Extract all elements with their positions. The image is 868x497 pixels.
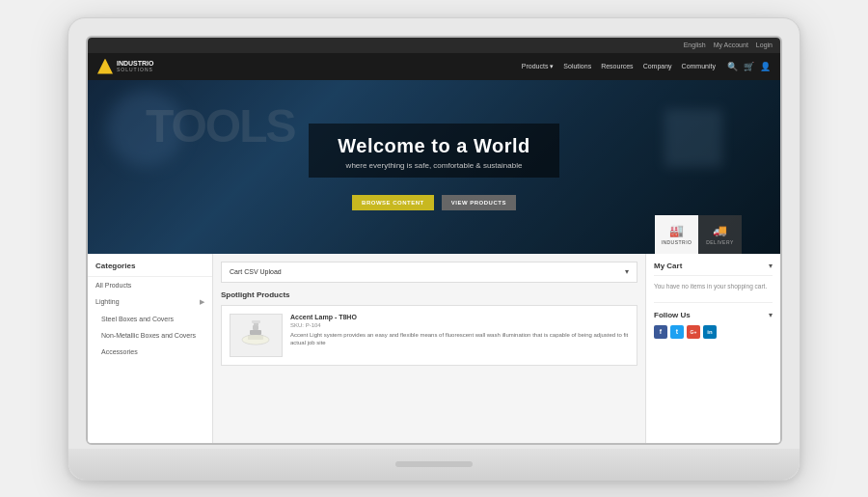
follow-section: Follow Us ▾ f t G+ in [654, 302, 773, 339]
categories-sidebar: Categories All Products Lighting ▶ Steel… [88, 254, 213, 443]
hero-section: TOOLS Welcome to a World where everythin… [88, 80, 780, 254]
social-icons: f t G+ in [654, 325, 773, 339]
laptop-screen: English My Account Login INDUSTRIO SOLUT… [86, 36, 782, 445]
svg-rect-0 [252, 320, 260, 323]
hero-tab-industrio[interactable]: 🏭 INDUSTRIO [655, 215, 698, 254]
hero-subtitle: where everything is safe, comfortable & … [338, 161, 529, 170]
sidebar-item-all-products[interactable]: All Products [88, 277, 212, 293]
cart-empty-message: You have no items in your shopping cart. [654, 282, 773, 290]
nav-company[interactable]: Company [643, 63, 672, 69]
hero-title-box: Welcome to a World where everything is s… [309, 124, 558, 178]
lighting-label: Lighting [95, 298, 120, 305]
nav-products[interactable]: Products ▾ [522, 63, 555, 70]
view-products-button[interactable]: VIEW PRODUCTS [442, 195, 516, 210]
linkedin-icon[interactable]: in [703, 325, 717, 339]
product-info: Accent Lamp - T8HO SKU: P-104 Accent Lig… [290, 314, 629, 357]
nav-solutions[interactable]: Solutions [563, 63, 591, 69]
hero-tab-delivery[interactable]: 🚚 DELIVERY [698, 215, 742, 254]
delivery-tab-label: DELIVERY [706, 239, 734, 245]
browse-content-button[interactable]: BROWSE CONTENT [352, 195, 434, 210]
csv-label: Cart CSV Upload [230, 268, 625, 275]
industrio-tab-icon: 🏭 [669, 224, 684, 237]
industrio-tab-label: INDUSTRIO [662, 239, 692, 245]
search-icon[interactable]: 🔍 [727, 62, 738, 71]
googleplus-icon[interactable]: G+ [687, 325, 700, 339]
cart-header: My Cart ▾ [654, 262, 773, 276]
laptop-shell: English My Account Login INDUSTRIO SOLUT… [68, 17, 800, 481]
account-label[interactable]: My Account [714, 41, 748, 48]
lamp-svg [234, 318, 278, 352]
sidebar-item-steel-boxes[interactable]: Steel Boxes and Covers [88, 311, 212, 327]
lighting-arrow-icon: ▶ [200, 298, 204, 306]
product-name: Accent Lamp - T8HO [290, 314, 629, 320]
cart-title: My Cart [654, 262, 682, 270]
twitter-icon[interactable]: t [670, 325, 684, 339]
csv-upload-bar[interactable]: Cart CSV Upload ▾ [221, 262, 637, 283]
product-image [230, 314, 283, 357]
facebook-icon[interactable]: f [654, 325, 667, 339]
nav-icons: 🔍 🛒 👤 [727, 62, 771, 71]
product-description: Accent Light system provides an easy and… [290, 331, 629, 347]
brand-sub: SOLUTIONS [117, 67, 154, 72]
laptop-base [68, 449, 800, 480]
follow-title: Follow Us [654, 311, 691, 319]
cart-panel: My Cart ▾ You have no items in your shop… [645, 254, 780, 443]
svg-rect-5 [253, 325, 258, 330]
delivery-tab-icon: 🚚 [713, 224, 727, 237]
spotlight-title: Spotlight Products [221, 290, 637, 299]
content-area: Categories All Products Lighting ▶ Steel… [88, 254, 780, 443]
svg-point-6 [242, 335, 269, 345]
svg-rect-4 [250, 330, 261, 335]
follow-header: Follow Us ▾ [654, 311, 773, 319]
hero-tabs: 🏭 INDUSTRIO 🚚 DELIVERY [655, 215, 742, 254]
nav-resources[interactable]: Resources [601, 63, 633, 69]
sidebar-item-lighting[interactable]: Lighting ▶ [88, 293, 212, 311]
nav-links: Products ▾ Solutions Resources Company C… [522, 63, 716, 70]
main-content-area: Cart CSV Upload ▾ Spotlight Products [213, 254, 645, 443]
cart-dropdown-icon: ▾ [769, 262, 773, 270]
svg-rect-1 [254, 323, 258, 325]
product-sku: SKU: P-104 [290, 322, 629, 328]
website: English My Account Login INDUSTRIO SOLUT… [88, 38, 780, 443]
nav-community[interactable]: Community [682, 63, 716, 69]
utility-bar: English My Account Login [88, 38, 780, 53]
follow-dropdown-icon: ▾ [769, 311, 773, 319]
brand-name: INDUSTRIO [117, 60, 154, 68]
steel-boxes-label: Steel Boxes and Covers [101, 316, 174, 322]
accessories-label: Accessories [101, 348, 138, 355]
sidebar-item-accessories[interactable]: Accessories [88, 344, 212, 360]
nav-logo[interactable]: INDUSTRIO SOLUTIONS [97, 59, 154, 74]
nonmetallic-boxes-label: Non-Metallic Boxes and Covers [101, 332, 196, 339]
sidebar-item-nonmetallic-boxes[interactable]: Non-Metallic Boxes and Covers [88, 327, 212, 344]
hero-buttons: BROWSE CONTENT VIEW PRODUCTS [352, 195, 516, 210]
hero-title: Welcome to a World [338, 135, 529, 157]
main-nav: INDUSTRIO SOLUTIONS Products ▾ Solutions… [88, 53, 780, 80]
logo-icon [97, 59, 113, 74]
language-label: English [684, 41, 706, 48]
user-icon[interactable]: 👤 [760, 62, 771, 71]
login-label[interactable]: Login [756, 41, 773, 48]
categories-title: Categories [88, 262, 212, 277]
product-card: Accent Lamp - T8HO SKU: P-104 Accent Lig… [221, 305, 637, 366]
csv-dropdown-icon: ▾ [625, 267, 629, 276]
cart-icon[interactable]: 🛒 [744, 62, 754, 71]
all-products-label: All Products [95, 282, 131, 289]
laptop-notch [395, 461, 473, 467]
